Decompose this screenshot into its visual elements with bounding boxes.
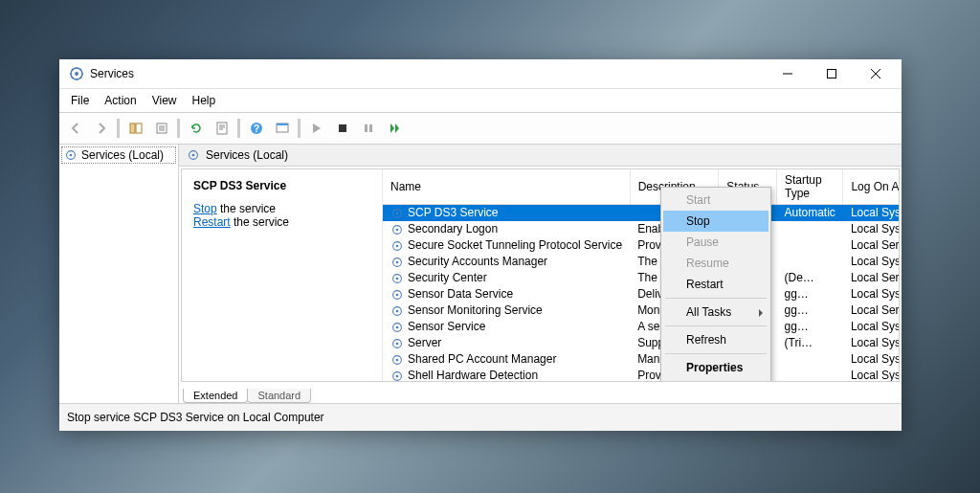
- maximize-button[interactable]: [810, 59, 854, 88]
- table-row[interactable]: Shared PC Account ManagerManages prLocal…: [383, 351, 899, 368]
- svg-point-29: [396, 293, 399, 296]
- ctx-refresh[interactable]: Refresh: [663, 329, 768, 350]
- svc-logon: Local System: [843, 254, 899, 270]
- svc-name: Sensor Monitoring Service: [408, 303, 543, 317]
- table-row[interactable]: Shell Hardware DetectionProvides notLoca…: [383, 368, 899, 381]
- console-button[interactable]: [270, 117, 294, 140]
- col-logon[interactable]: Log On As: [843, 169, 899, 205]
- titlebar[interactable]: Services: [59, 59, 902, 89]
- svc-name: Security Center: [408, 271, 487, 284]
- svg-point-33: [396, 325, 399, 328]
- svg-point-35: [396, 342, 399, 345]
- svc-startup: [777, 237, 843, 254]
- toolbar-separator: [177, 119, 180, 138]
- svc-startup: [777, 368, 843, 381]
- ctx-separator: [665, 325, 767, 326]
- pause-service-button[interactable]: [356, 117, 380, 140]
- svg-text:?: ?: [253, 123, 258, 134]
- start-service-button[interactable]: [304, 117, 328, 140]
- ctx-properties[interactable]: Properties: [663, 357, 768, 378]
- table-row[interactable]: Sensor Monitoring ServiceMonitors vagg…L…: [383, 303, 899, 319]
- svg-point-23: [396, 244, 399, 247]
- svc-startup: gg…: [777, 319, 843, 335]
- svc-logon: Local System: [843, 286, 899, 303]
- svc-name: Server: [408, 336, 441, 349]
- ctx-pause[interactable]: Pause: [663, 232, 768, 253]
- ctx-start[interactable]: Start: [663, 190, 768, 211]
- stop-link-row: Stop the service: [193, 202, 370, 215]
- selected-service-name: SCP DS3 Service: [193, 179, 370, 192]
- svc-logon: Local System: [843, 221, 899, 237]
- close-button[interactable]: [854, 59, 898, 88]
- table-row[interactable]: Sensor Data ServiceDelivers datgg…Local …: [383, 286, 899, 303]
- service-icon: [390, 239, 404, 253]
- menu-file[interactable]: File: [63, 92, 97, 109]
- table-row[interactable]: SCP DS3 ServiceRunningAutomaticLocal Sys…: [383, 205, 899, 221]
- col-name[interactable]: Name: [383, 169, 630, 205]
- services-table: Name Description Status Startup Type Log…: [383, 169, 899, 381]
- table-row[interactable]: Security CenterThe WSCSVC(De…Local Servi…: [383, 270, 899, 286]
- toolbar-separator: [237, 119, 240, 138]
- export-list-button[interactable]: [149, 117, 173, 140]
- table-row[interactable]: Sensor ServiceA service forgg…Local Syst…: [383, 319, 899, 335]
- svg-point-37: [396, 358, 399, 361]
- svc-startup: gg…: [777, 286, 843, 303]
- svg-rect-3: [130, 123, 135, 133]
- svc-startup: [777, 351, 843, 368]
- ctx-restart[interactable]: Restart: [663, 274, 768, 295]
- table-row[interactable]: Secondary LogonEnables starLocal System: [383, 221, 899, 237]
- right-pane: Services (Local) SCP DS3 Service Stop th…: [179, 145, 902, 403]
- svc-startup: [777, 254, 843, 270]
- service-icon: [390, 321, 404, 334]
- service-icon: [390, 223, 404, 236]
- services-list[interactable]: Name Description Status Startup Type Log…: [382, 169, 899, 381]
- properties-button[interactable]: [210, 117, 234, 140]
- table-row[interactable]: Security Accounts ManagerThe startupLoca…: [383, 254, 899, 270]
- service-icon: [390, 272, 404, 285]
- tab-extended[interactable]: Extended: [183, 389, 248, 403]
- service-icon: [390, 337, 404, 350]
- col-startup[interactable]: Startup Type: [777, 169, 843, 205]
- main-body: Services (Local) Services (Local) SCP DS…: [59, 145, 902, 403]
- svc-logon: Local System: [843, 205, 899, 221]
- svc-name: SCP DS3 Service: [408, 206, 498, 219]
- svc-name: Secondary Logon: [408, 222, 498, 235]
- status-bar: Stop service SCP DS3 Service on Local Co…: [59, 403, 902, 431]
- svc-startup: (Tri…: [777, 335, 843, 351]
- service-icon: [390, 256, 404, 269]
- svg-point-21: [396, 228, 399, 231]
- svg-point-39: [396, 374, 399, 377]
- toolbar-separator: [117, 119, 120, 138]
- svc-logon: Local System: [843, 319, 899, 335]
- menu-action[interactable]: Action: [97, 92, 144, 109]
- forward-button[interactable]: [89, 117, 113, 140]
- service-icon: [390, 370, 404, 381]
- svg-point-25: [396, 260, 399, 263]
- menu-view[interactable]: View: [145, 92, 185, 109]
- ctx-all-tasks[interactable]: All Tasks: [663, 302, 768, 323]
- svc-startup: [777, 221, 843, 237]
- svc-startup: (De…: [777, 270, 843, 286]
- restart-link[interactable]: Restart: [193, 215, 231, 229]
- restart-link-row: Restart the service: [193, 215, 370, 229]
- tree-services-local[interactable]: Services (Local): [61, 146, 176, 164]
- right-pane-header: Services (Local): [179, 145, 902, 167]
- restart-service-button[interactable]: [382, 117, 406, 140]
- table-row[interactable]: Secure Socket Tunneling Protocol Service…: [383, 237, 899, 254]
- minimize-button[interactable]: [766, 59, 810, 88]
- table-row[interactable]: ServerSupports file(Tri…Local System: [383, 335, 899, 351]
- stop-service-button[interactable]: [330, 117, 354, 140]
- window-title: Services: [90, 67, 766, 80]
- stop-link[interactable]: Stop: [193, 202, 217, 215]
- show-hide-tree-button[interactable]: [123, 117, 147, 140]
- toolbar-separator: [298, 119, 301, 138]
- refresh-button[interactable]: [184, 117, 208, 140]
- ctx-stop[interactable]: Stop: [663, 211, 768, 232]
- menu-help[interactable]: Help: [185, 92, 224, 109]
- back-button[interactable]: [63, 117, 87, 140]
- tab-standard[interactable]: Standard: [247, 389, 311, 403]
- svc-logon: Local Service: [843, 270, 899, 286]
- svg-point-17: [192, 154, 195, 157]
- ctx-resume[interactable]: Resume: [663, 253, 768, 274]
- help-button[interactable]: ?: [244, 117, 268, 140]
